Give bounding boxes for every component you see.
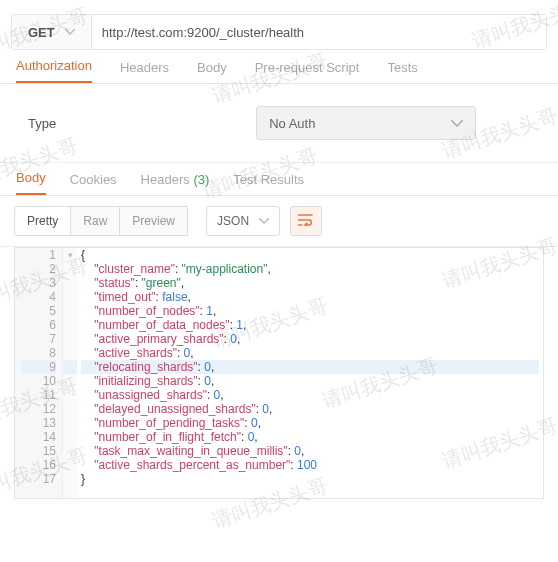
- view-raw-button[interactable]: Raw: [70, 206, 120, 236]
- wrap-lines-button[interactable]: [290, 206, 322, 236]
- chevron-down-icon: [451, 120, 463, 127]
- chevron-down-icon: [65, 29, 75, 35]
- auth-type-label: Type: [28, 116, 56, 131]
- view-pretty-button[interactable]: Pretty: [14, 206, 71, 236]
- tab-body[interactable]: Body: [197, 60, 227, 83]
- url-input[interactable]: http://test.com:9200/_cluster/health: [92, 15, 546, 49]
- tab-prerequest[interactable]: Pre-request Script: [255, 60, 360, 83]
- tab-tests[interactable]: Tests: [387, 60, 417, 83]
- chevron-down-icon: [259, 218, 269, 224]
- method-dropdown[interactable]: GET: [12, 15, 92, 49]
- auth-type-select[interactable]: No Auth: [256, 106, 476, 140]
- format-select-value: JSON: [217, 214, 249, 228]
- format-select[interactable]: JSON: [206, 206, 280, 236]
- tab-headers[interactable]: Headers: [120, 60, 169, 83]
- wrap-icon: [298, 214, 314, 229]
- view-preview-button[interactable]: Preview: [119, 206, 188, 236]
- code-content[interactable]: { "cluster_name": "my-application", "sta…: [77, 248, 543, 498]
- fold-gutter: ▾: [63, 248, 77, 498]
- auth-type-value: No Auth: [269, 116, 315, 131]
- tab-resp-cookies[interactable]: Cookies: [70, 172, 117, 195]
- response-tab-bar: Body Cookies Headers (3) Test Results: [0, 163, 558, 195]
- tab-resp-body[interactable]: Body: [16, 170, 46, 195]
- tab-resp-testresults[interactable]: Test Results: [233, 172, 304, 195]
- auth-section: Type No Auth: [0, 84, 558, 162]
- request-tab-bar: Authorization Headers Body Pre-request S…: [0, 50, 558, 84]
- tab-resp-headers[interactable]: Headers (3): [141, 172, 210, 195]
- response-viewer-toolbar: Pretty Raw Preview JSON: [0, 196, 558, 247]
- tab-authorization[interactable]: Authorization: [16, 58, 92, 83]
- line-number-gutter: 1234567891011121314151617: [15, 248, 63, 498]
- method-value: GET: [28, 25, 55, 40]
- request-url-bar: GET http://test.com:9200/_cluster/health: [11, 14, 547, 50]
- response-body-viewer[interactable]: 1234567891011121314151617 ▾ { "cluster_n…: [14, 247, 544, 499]
